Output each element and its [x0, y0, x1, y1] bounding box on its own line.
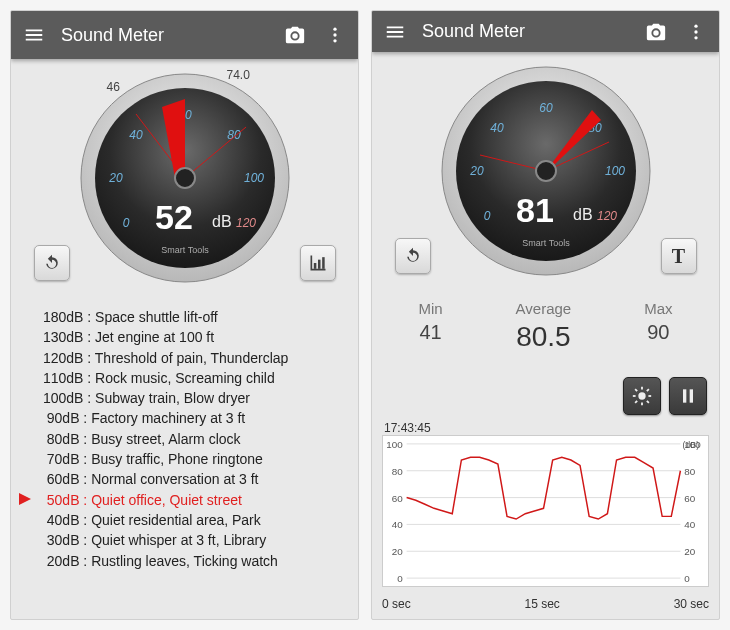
- svg-text:81: 81: [516, 191, 554, 229]
- svg-text:40: 40: [392, 519, 403, 530]
- svg-point-42: [638, 392, 645, 399]
- phone-left: Sound Meter: [10, 10, 359, 620]
- svg-text:100: 100: [604, 164, 624, 178]
- menu-icon[interactable]: [21, 22, 47, 48]
- svg-text:20: 20: [392, 546, 403, 557]
- svg-text:0: 0: [483, 209, 490, 223]
- svg-point-18: [175, 168, 195, 188]
- gauge-dial: 0 20 40 60 80 100 120 52 dB: [76, 69, 294, 287]
- overflow-icon[interactable]: [322, 22, 348, 48]
- camera-icon[interactable]: [643, 19, 669, 45]
- x-label-1: 15 sec: [524, 597, 559, 611]
- stat-avg-value: 80.5: [516, 321, 572, 353]
- svg-text:Smart Tools: Smart Tools: [522, 238, 570, 248]
- db-level-row: 30dB : Quiet whisper at 3 ft, Library: [39, 530, 338, 550]
- svg-rect-51: [683, 389, 686, 402]
- db-level-text: 60dB : Normal conversation at 3 ft: [39, 471, 258, 487]
- svg-line-48: [647, 401, 649, 403]
- svg-text:20: 20: [108, 171, 123, 185]
- db-level-row: 20dB : Rustling leaves, Ticking watch: [39, 551, 338, 571]
- svg-text:120: 120: [596, 209, 616, 223]
- svg-text:20: 20: [684, 546, 695, 557]
- db-level-row: 130dB : Jet engine at 100 ft: [39, 327, 338, 347]
- db-level-text: 120dB : Threshold of pain, Thunderclap: [39, 350, 288, 366]
- db-level-row: 100dB : Subway train, Blow dryer: [39, 388, 338, 408]
- stat-max-value: 90: [644, 321, 672, 344]
- svg-text:80: 80: [684, 466, 695, 477]
- gauge-area: 0 20 40 60 80 100 120 81 dB Smart Tools: [372, 52, 719, 280]
- db-level-text: 180dB : Space shuttle lift-off: [39, 309, 218, 325]
- svg-text:40: 40: [490, 121, 504, 135]
- svg-point-0: [333, 28, 336, 31]
- svg-rect-19: [313, 263, 316, 269]
- svg-text:80: 80: [227, 128, 241, 142]
- db-level-row: 110dB : Rock music, Screaming child: [39, 368, 338, 388]
- db-level-text: 40dB : Quiet residential area, Park: [39, 512, 261, 528]
- svg-text:40: 40: [684, 519, 695, 530]
- db-reference-list: 180dB : Space shuttle lift-off 130dB : J…: [11, 287, 358, 571]
- svg-point-24: [694, 30, 697, 33]
- db-level-text: 110dB : Rock music, Screaming child: [39, 370, 275, 386]
- stats-row: Min 41 Average 80.5 Max 90: [372, 280, 719, 377]
- pause-button[interactable]: [669, 377, 707, 415]
- svg-text:40: 40: [129, 128, 143, 142]
- phone-right: Sound Meter: [371, 10, 720, 620]
- svg-text:60: 60: [392, 493, 403, 504]
- db-level-row: 40dB : Quiet residential area, Park: [39, 510, 338, 530]
- svg-text:dB: dB: [212, 213, 232, 230]
- stat-min-label: Min: [418, 300, 442, 317]
- db-level-text: 80dB : Busy street, Alarm clock: [39, 431, 241, 447]
- svg-point-41: [536, 161, 556, 181]
- db-level-row: 70dB : Busy traffic, Phone ringtone: [39, 449, 338, 469]
- x-label-0: 0 sec: [382, 597, 411, 611]
- svg-text:dB: dB: [573, 206, 593, 223]
- db-level-row: 90dB : Factory machinery at 3 ft: [39, 408, 338, 428]
- chart-x-labels: 0 sec 15 sec 30 sec: [372, 595, 719, 619]
- svg-line-49: [635, 401, 637, 403]
- db-level-row: 50dB : Quiet office, Quiet street: [39, 490, 338, 510]
- svg-marker-22: [19, 493, 31, 505]
- reset-button[interactable]: [395, 238, 431, 274]
- stat-max-label: Max: [644, 300, 672, 317]
- stat-avg-label: Average: [516, 300, 572, 317]
- brightness-button[interactable]: [623, 377, 661, 415]
- db-level-text: 50dB : Quiet office, Quiet street: [39, 492, 242, 508]
- svg-point-23: [694, 24, 697, 27]
- svg-line-47: [635, 389, 637, 391]
- chart-timestamp: 17:43:45: [372, 421, 719, 435]
- db-level-row: 60dB : Normal conversation at 3 ft: [39, 469, 338, 489]
- db-level-text: 90dB : Factory machinery at 3 ft: [39, 410, 245, 426]
- db-level-row: 120dB : Threshold of pain, Thunderclap: [39, 348, 338, 368]
- chart-button[interactable]: [300, 245, 336, 281]
- app-bar: Sound Meter: [11, 11, 358, 59]
- svg-text:20: 20: [469, 164, 484, 178]
- reset-button[interactable]: [34, 245, 70, 281]
- menu-icon[interactable]: [382, 19, 408, 45]
- camera-icon[interactable]: [282, 22, 308, 48]
- svg-text:100: 100: [243, 171, 263, 185]
- app-title: Sound Meter: [61, 25, 268, 46]
- text-mode-button[interactable]: T: [661, 238, 697, 274]
- svg-text:0: 0: [397, 573, 403, 584]
- stat-avg: Average 80.5: [516, 300, 572, 353]
- svg-text:0: 0: [122, 216, 129, 230]
- db-level-row: 180dB : Space shuttle lift-off: [39, 307, 338, 327]
- svg-text:52: 52: [155, 198, 193, 236]
- svg-text:100: 100: [386, 439, 403, 450]
- gauge-dial: 0 20 40 60 80 100 120 81 dB Smart Tools: [437, 62, 655, 280]
- svg-text:Smart Tools: Smart Tools: [161, 245, 209, 255]
- svg-point-1: [333, 33, 336, 36]
- overflow-icon[interactable]: [683, 19, 709, 45]
- stat-max: Max 90: [644, 300, 672, 353]
- db-level-text: 100dB : Subway train, Blow dryer: [39, 390, 250, 406]
- svg-text:(dB): (dB): [682, 440, 699, 450]
- chart-controls: [372, 377, 719, 421]
- db-level-text: 70dB : Busy traffic, Phone ringtone: [39, 451, 263, 467]
- svg-text:120: 120: [235, 216, 255, 230]
- stat-min: Min 41: [418, 300, 442, 353]
- app-bar: Sound Meter: [372, 11, 719, 52]
- svg-text:80: 80: [392, 466, 403, 477]
- db-level-text: 130dB : Jet engine at 100 ft: [39, 329, 214, 345]
- app-title: Sound Meter: [422, 21, 629, 42]
- svg-point-25: [694, 36, 697, 39]
